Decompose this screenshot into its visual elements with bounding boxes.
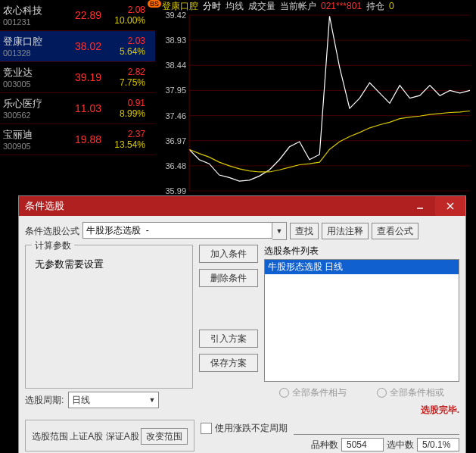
variable-period-field[interactable] — [294, 422, 459, 435]
svg-text:36.97: 36.97 — [165, 136, 186, 145]
svg-text:36.48: 36.48 — [165, 161, 186, 170]
count-value: 5054 — [341, 438, 384, 451]
view-formula-button[interactable]: 查看公式 — [372, 223, 418, 239]
svg-text:37.95: 37.95 — [165, 86, 186, 95]
chart-header: 登康口腔 分时 均线 成交量 当前帐户 021***801 持仓 0 — [159, 0, 476, 12]
formula-input[interactable] — [82, 222, 272, 239]
variable-period-label: 使用涨跌不定周期 — [215, 422, 288, 435]
param-empty-text: 无参数需要设置 — [35, 258, 186, 271]
stock-list: 农心科技00123122.892.0810.00%登康口腔00132838.02… — [0, 0, 155, 155]
svg-text:35.99: 35.99 — [165, 186, 186, 194]
chart-stock-name: 登康口腔 — [162, 0, 198, 13]
stock-change: 2.0810.00% — [101, 5, 150, 26]
radio-icon — [377, 388, 387, 398]
variable-period-checkbox[interactable] — [201, 423, 212, 434]
add-condition-button[interactable]: 加入条件 — [199, 245, 258, 263]
position-label: 持仓 — [366, 0, 384, 13]
dialog-titlebar[interactable]: 条件选股 — [19, 196, 465, 216]
stock-row[interactable]: 登康口腔00132838.022.035.64% — [0, 31, 155, 62]
stock-price: 38.02 — [59, 40, 101, 52]
condition-list-label: 选股条件列表 — [264, 245, 459, 258]
stock-name-cell: 农心科技001231 — [0, 4, 59, 27]
stock-row[interactable]: 竞业达00300539.192.827.75% — [0, 62, 155, 93]
param-legend: 计算参数 — [32, 239, 74, 252]
condition-list-item[interactable]: 牛股形态选股 日线 — [265, 260, 459, 274]
stock-price: 19.88 — [59, 133, 101, 145]
account-value: 021***801 — [321, 1, 362, 11]
stock-row[interactable]: 乐心医疗30056211.030.918.99% — [0, 93, 155, 124]
stock-change: 0.918.99% — [101, 98, 150, 119]
stock-change: 2.3713.54% — [101, 129, 150, 150]
period-value: 日线 — [72, 394, 90, 407]
dialog-title-text: 条件选股 — [25, 196, 64, 216]
chart-area: 登康口腔 分时 均线 成交量 当前帐户 021***801 持仓 0 39.42… — [159, 0, 476, 197]
stock-price: 11.03 — [59, 102, 101, 114]
svg-text:38.44: 38.44 — [165, 61, 186, 70]
delete-condition-button[interactable]: 删除条件 — [199, 269, 258, 287]
usage-button[interactable]: 用法注释 — [322, 223, 369, 239]
chart-tab-time[interactable]: 分时 — [203, 0, 221, 13]
find-button[interactable]: 查找 — [290, 223, 319, 239]
stock-price: 39.19 — [59, 71, 101, 83]
period-label: 选股周期: — [25, 394, 64, 407]
range-legend: 选股范围 — [32, 430, 68, 443]
radio-and[interactable]: 全部条件相与 — [279, 386, 347, 399]
formula-label: 条件选股公式 — [25, 225, 79, 238]
radio-icon — [279, 388, 289, 398]
condition-stock-dialog: 条件选股 条件选股公式 ▼ 查找 用法注释 查看公式 计算参数 无参数需要设置 — [18, 195, 466, 453]
stock-change: 2.035.64% — [101, 36, 150, 57]
stock-change: 2.827.75% — [101, 67, 150, 88]
svg-text:38.93: 38.93 — [165, 36, 186, 45]
range-text: 上证A股 深证A股 — [70, 430, 138, 443]
period-select[interactable]: 日线 ▼ — [68, 392, 159, 408]
stock-name-cell: 乐心医疗300562 — [0, 97, 59, 120]
stock-row[interactable]: 农心科技00123122.892.0810.00% — [0, 0, 155, 31]
stock-name-cell: 宝丽迪300905 — [0, 128, 59, 151]
price-chart: 39.4238.9338.4437.9537.4636.9736.4835.99 — [159, 12, 476, 194]
chart-tab-avg[interactable]: 均线 — [226, 0, 244, 13]
formula-combo[interactable]: ▼ — [82, 222, 287, 240]
radio-or[interactable]: 全部条件相或 — [377, 386, 444, 399]
range-group: 选股范围 上证A股 深证A股 改变范围 — [25, 420, 194, 451]
svg-text:39.42: 39.42 — [165, 12, 186, 20]
change-range-button[interactable]: 改变范围 — [141, 428, 188, 445]
chart-tab-vol[interactable]: 成交量 — [248, 0, 275, 13]
chevron-down-icon: ▼ — [148, 396, 155, 404]
stock-name-cell: 竞业达003005 — [0, 66, 59, 89]
position-value: 0 — [389, 1, 394, 11]
selection-done-text: 选股完毕. — [264, 404, 459, 417]
condition-list[interactable]: 牛股形态选股 日线 — [264, 259, 459, 382]
svg-text:37.46: 37.46 — [165, 111, 186, 120]
close-button[interactable] — [435, 196, 465, 216]
hit-value: 5/0.1% — [417, 438, 459, 451]
stock-name-cell: 登康口腔001328 — [0, 35, 59, 58]
param-group: 计算参数 无参数需要设置 — [25, 245, 193, 389]
minimize-button[interactable] — [405, 196, 435, 216]
stock-row[interactable]: 宝丽迪30090519.882.3713.54% — [0, 124, 155, 155]
hit-label: 选中数 — [387, 439, 414, 451]
account-label: 当前帐户 — [280, 0, 316, 13]
formula-dropdown-icon[interactable]: ▼ — [272, 222, 287, 240]
load-plan-button[interactable]: 引入方案 — [199, 330, 258, 348]
stock-price: 22.89 — [59, 9, 101, 21]
save-plan-button[interactable]: 保存方案 — [199, 354, 258, 372]
count-label: 品种数 — [311, 439, 338, 451]
